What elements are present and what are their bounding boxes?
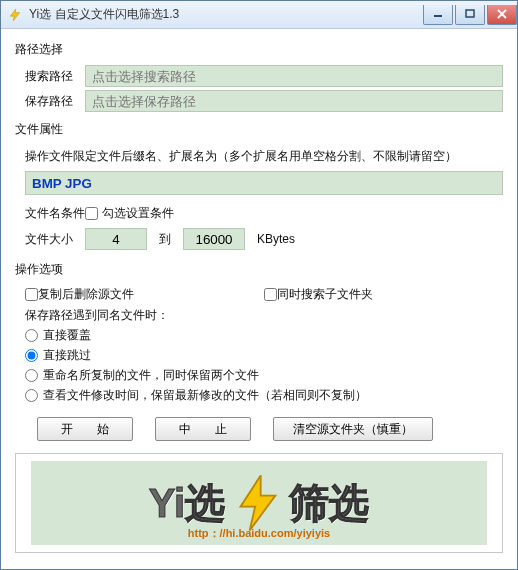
start-button[interactable]: 开 始 <box>37 417 133 441</box>
svg-rect-0 <box>434 15 442 17</box>
ext-input[interactable] <box>25 171 503 195</box>
radio-skip-input[interactable] <box>25 349 38 362</box>
ext-hint: 操作文件限定文件后缀名、扩展名为（多个扩展名用单空格分割、不限制请留空） <box>25 148 503 165</box>
radio-rename-input[interactable] <box>25 369 38 382</box>
stop-button[interactable]: 中 止 <box>155 417 251 441</box>
search-path-input[interactable] <box>85 65 503 87</box>
search-sub-label: 同时搜索子文件夹 <box>277 286 373 303</box>
name-cond-text: 勾选设置条件 <box>102 205 174 222</box>
app-window: Yi选 自定义文件闪电筛选1.3 路径选择 搜索路径 保存路径 <box>0 0 518 570</box>
size-unit-label: KBytes <box>257 232 295 246</box>
size-to-label: 到 <box>159 231 171 248</box>
banner-right: 筛选 <box>289 476 369 531</box>
samefile-label: 保存路径遇到同名文件时： <box>25 307 503 324</box>
radio-rename[interactable]: 重命名所复制的文件，同时保留两个文件 <box>25 367 503 384</box>
clear-button[interactable]: 清空源文件夹（慎重） <box>273 417 433 441</box>
radio-mtime[interactable]: 查看文件修改时间，保留最新修改的文件（若相同则不复制） <box>25 387 503 404</box>
delete-source-checkbox[interactable] <box>25 288 38 301</box>
titlebar[interactable]: Yi选 自定义文件闪电筛选1.3 <box>1 1 517 29</box>
search-sub-checkbox[interactable] <box>264 288 277 301</box>
save-path-input[interactable] <box>85 90 503 112</box>
path-section-title: 路径选择 <box>15 41 503 58</box>
radio-skip[interactable]: 直接跳过 <box>25 347 503 364</box>
radio-overwrite[interactable]: 直接覆盖 <box>25 327 503 344</box>
lightning-icon <box>235 475 279 531</box>
name-cond-checkbox[interactable] <box>85 207 98 220</box>
radio-mtime-input[interactable] <box>25 389 38 402</box>
banner-left: Yi选 <box>149 476 225 531</box>
minimize-button[interactable] <box>423 5 453 25</box>
close-button[interactable] <box>487 5 517 25</box>
save-path-label: 保存路径 <box>25 93 85 110</box>
window-title: Yi选 自定义文件闪电筛选1.3 <box>29 6 421 23</box>
size-from-input[interactable] <box>85 228 147 250</box>
app-icon <box>7 7 23 23</box>
size-label: 文件大小 <box>25 231 85 248</box>
client-area: 路径选择 搜索路径 保存路径 文件属性 操作文件限定文件后缀名、扩展名为（多个扩… <box>1 29 517 569</box>
size-to-input[interactable] <box>183 228 245 250</box>
search-path-label: 搜索路径 <box>25 68 85 85</box>
svg-rect-1 <box>466 10 474 17</box>
banner-frame: Yi选 筛选 http：//hi.baidu.com/yiyiyis <box>15 453 503 553</box>
search-sub-option[interactable]: 同时搜索子文件夹 <box>264 286 503 303</box>
ops-section-title: 操作选项 <box>15 261 503 278</box>
banner[interactable]: Yi选 筛选 http：//hi.baidu.com/yiyiyis <box>31 461 488 545</box>
name-cond-label: 文件名条件 <box>25 205 85 222</box>
delete-source-option[interactable]: 复制后删除源文件 <box>25 286 264 303</box>
banner-url: http：//hi.baidu.com/yiyiyis <box>188 526 330 541</box>
delete-source-label: 复制后删除源文件 <box>38 286 134 303</box>
attr-section-title: 文件属性 <box>15 121 503 138</box>
radio-overwrite-input[interactable] <box>25 329 38 342</box>
maximize-button[interactable] <box>455 5 485 25</box>
banner-logo: Yi选 筛选 <box>149 475 369 531</box>
